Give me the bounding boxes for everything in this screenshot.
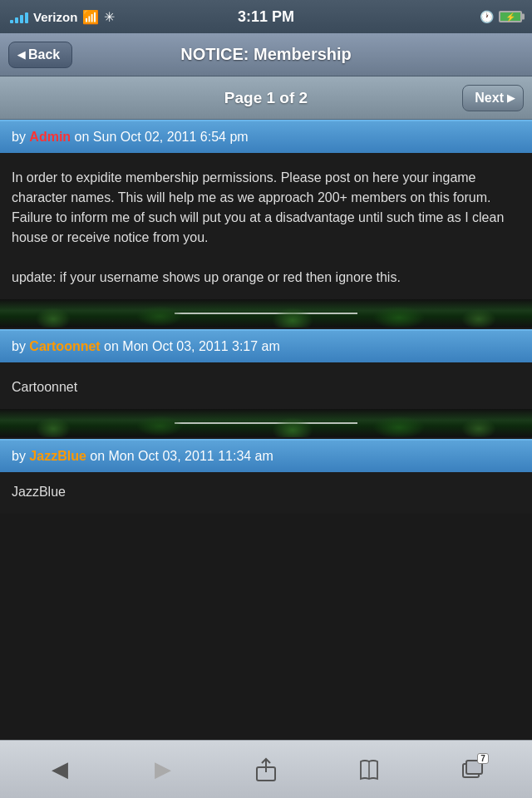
signal-bar-2 xyxy=(15,17,18,23)
post-2-divider xyxy=(0,409,532,437)
clock-icon: 🕐 xyxy=(480,10,494,23)
content-area: by Admin on Sun Oct 02, 2011 6:54 pm In … xyxy=(0,120,532,740)
book-icon xyxy=(357,757,382,782)
status-time: 3:11 PM xyxy=(238,8,294,26)
post-3-body: JazzBlue xyxy=(0,472,532,514)
post-1: by Admin on Sun Oct 02, 2011 6:54 pm In … xyxy=(0,120,532,328)
loading-icon: ✳ xyxy=(104,9,115,25)
nav-title: NOTICE: Membership xyxy=(180,45,352,64)
post-2-body: Cartoonnet xyxy=(0,362,532,409)
post-2-meta: by Cartoonnet on Mon Oct 03, 2011 3:17 a… xyxy=(12,339,280,353)
post-1-header: by Admin on Sun Oct 02, 2011 6:54 pm xyxy=(0,120,532,153)
wifi-icon: 📶 xyxy=(82,9,99,25)
post-3-by: by xyxy=(12,449,29,463)
back-nav-button[interactable]: ◀ xyxy=(39,749,81,791)
status-left: Verizon 📶 ✳ xyxy=(10,9,115,25)
share-icon xyxy=(254,757,278,782)
post-1-author: Admin xyxy=(29,130,71,144)
battery-icon: ⚡ xyxy=(499,11,522,22)
carrier-label: Verizon xyxy=(33,10,77,24)
signal-bar-1 xyxy=(10,20,13,23)
post-3-on: on Mon Oct 03, 2011 11:34 am xyxy=(86,449,273,463)
post-1-by: by xyxy=(12,130,29,144)
post-2-by: by xyxy=(12,339,29,353)
signal-bars-icon xyxy=(10,10,28,23)
bookmark-button[interactable] xyxy=(348,749,390,791)
page-label: Page 1 of 2 xyxy=(224,89,308,107)
pagination-bar: Page 1 of 2 Next xyxy=(0,76,532,120)
signal-bar-3 xyxy=(20,15,23,23)
post-1-on: on Sun Oct 02, 2011 6:54 pm xyxy=(71,130,248,144)
status-right: 🕐 ⚡ xyxy=(480,10,522,23)
post-2: by Cartoonnet on Mon Oct 03, 2011 3:17 a… xyxy=(0,329,532,437)
post-2-author: Cartoonnet xyxy=(29,339,100,353)
post-3: by JazzBlue on Mon Oct 03, 2011 11:34 am… xyxy=(0,439,532,514)
nav-bar: Back NOTICE: Membership xyxy=(0,33,532,76)
post-2-header: by Cartoonnet on Mon Oct 03, 2011 3:17 a… xyxy=(0,329,532,362)
signal-bar-4 xyxy=(25,12,28,23)
tabs-button[interactable]: 7 xyxy=(451,749,493,791)
tabs-count-badge: 7 xyxy=(477,753,489,764)
share-button[interactable] xyxy=(245,749,287,791)
battery-lightning-icon: ⚡ xyxy=(505,12,515,22)
status-bar: Verizon 📶 ✳ 3:11 PM 🕐 ⚡ xyxy=(0,0,532,33)
post-1-meta: by Admin on Sun Oct 02, 2011 6:54 pm xyxy=(12,130,249,144)
bottom-toolbar: ◀ ▶ 7 xyxy=(0,740,532,798)
next-button[interactable]: Next xyxy=(462,85,524,111)
post-3-meta: by JazzBlue on Mon Oct 03, 2011 11:34 am xyxy=(12,449,273,463)
post-2-on: on Mon Oct 03, 2011 3:17 am xyxy=(101,339,280,353)
back-button[interactable]: Back xyxy=(8,42,72,68)
post-1-body: In order to expidite membership permissi… xyxy=(0,153,532,299)
post-1-divider xyxy=(0,299,532,328)
forward-nav-button[interactable]: ▶ xyxy=(142,749,184,791)
post-3-header: by JazzBlue on Mon Oct 03, 2011 11:34 am xyxy=(0,439,532,472)
post-3-author: JazzBlue xyxy=(29,449,86,463)
